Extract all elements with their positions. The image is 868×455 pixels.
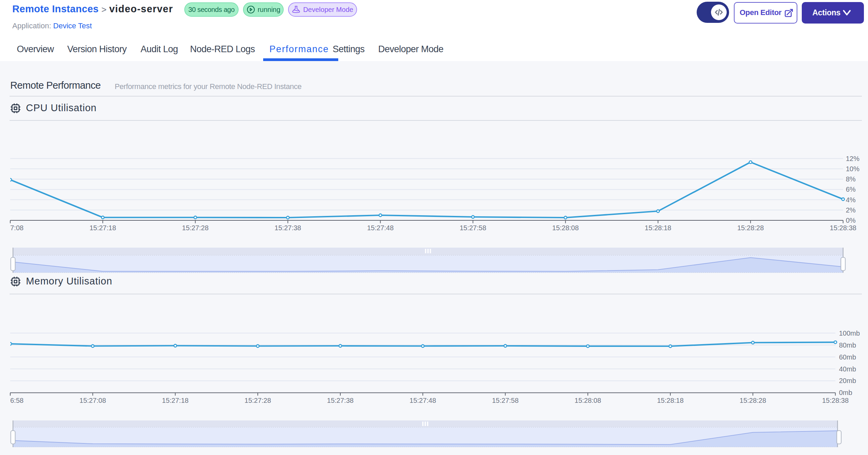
svg-text:15:27:48: 15:27:48 xyxy=(410,397,436,404)
svg-text:15:27:08: 15:27:08 xyxy=(80,397,106,404)
svg-text:15:28:08: 15:28:08 xyxy=(552,224,579,232)
svg-text:15:27:38: 15:27:38 xyxy=(327,397,354,404)
svg-text:7:08: 7:08 xyxy=(10,224,24,232)
svg-text:15:27:28: 15:27:28 xyxy=(244,397,271,404)
svg-text:8%: 8% xyxy=(846,175,856,183)
svg-text:4%: 4% xyxy=(846,196,856,204)
svg-text:6%: 6% xyxy=(846,186,856,193)
svg-text:15:27:38: 15:27:38 xyxy=(274,224,301,232)
svg-text:6:58: 6:58 xyxy=(10,397,24,404)
svg-text:15:28:18: 15:28:18 xyxy=(645,224,671,232)
svg-text:15:28:28: 15:28:28 xyxy=(740,397,766,404)
svg-text:60mb: 60mb xyxy=(839,353,856,361)
svg-text:15:28:28: 15:28:28 xyxy=(737,224,764,232)
svg-text:0mb: 0mb xyxy=(839,389,852,396)
svg-text:15:27:18: 15:27:18 xyxy=(89,224,116,232)
svg-text:40mb: 40mb xyxy=(839,365,856,373)
svg-text:20mb: 20mb xyxy=(839,377,856,384)
svg-text:15:27:58: 15:27:58 xyxy=(460,224,486,232)
svg-text:15:27:48: 15:27:48 xyxy=(367,224,394,232)
svg-text:2%: 2% xyxy=(846,206,856,214)
svg-text:15:27:18: 15:27:18 xyxy=(162,397,189,404)
svg-text:15:27:58: 15:27:58 xyxy=(492,397,518,404)
svg-text:15:28:18: 15:28:18 xyxy=(657,397,684,404)
svg-text:80mb: 80mb xyxy=(839,341,856,349)
svg-text:15:28:38: 15:28:38 xyxy=(830,224,856,232)
svg-text:0%: 0% xyxy=(846,217,856,224)
svg-text:100mb: 100mb xyxy=(839,329,860,337)
svg-text:15:28:08: 15:28:08 xyxy=(574,397,601,404)
svg-text:12%: 12% xyxy=(846,155,859,162)
svg-text:15:27:28: 15:27:28 xyxy=(182,224,209,232)
svg-text:10%: 10% xyxy=(846,165,859,173)
svg-text:15:28:38: 15:28:38 xyxy=(822,397,849,404)
